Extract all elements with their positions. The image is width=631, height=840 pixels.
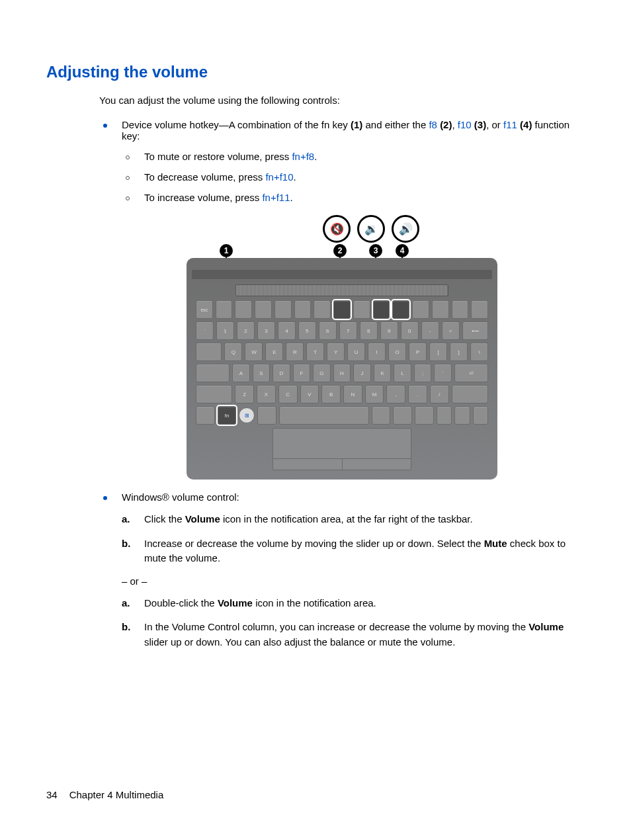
text: icon in the notification area. (253, 597, 376, 609)
text: . (314, 151, 317, 162)
text: slider up or down. You can also adjust t… (144, 636, 455, 648)
text: Device volume hotkey—A combination of th… (122, 119, 351, 130)
text: . (294, 171, 296, 183)
bold: Volume (185, 513, 220, 525)
mute-icon: 🔇 (323, 215, 351, 243)
windows-key-icon: ⊞ (239, 407, 255, 423)
callout-badge-2: 2 (333, 244, 347, 257)
link-f10[interactable]: f10 (458, 119, 472, 130)
step-2a: a. Double-click the Volume icon in the n… (122, 596, 585, 611)
text: To decrease volume, press (144, 171, 265, 183)
ref-4: (4) (520, 119, 532, 130)
callout-badge-3: 3 (369, 244, 382, 257)
key-f8 (333, 300, 351, 319)
step-marker: a. (122, 512, 130, 527)
link-f8[interactable]: f8 (429, 119, 437, 130)
link-fn-f8[interactable]: fn+f8 (292, 151, 314, 162)
ref-3: (3) (474, 119, 486, 130)
key-f11 (392, 300, 409, 319)
bold: Volume (528, 621, 564, 632)
step-1b: b. Increase or decrease the volume by mo… (122, 536, 585, 566)
text: Double-click the (144, 597, 218, 609)
sub-increase: To increase volume, press fn+f11. (122, 192, 585, 203)
ref-2: (2) (440, 119, 452, 130)
link-fn-f10[interactable]: fn+f10 (265, 171, 293, 183)
text: In the Volume Control column, you can in… (144, 621, 528, 632)
volume-down-icon: 🔉 (357, 215, 385, 243)
step-marker: b. (122, 536, 130, 552)
step-marker: b. (122, 620, 130, 635)
step-marker: a. (122, 596, 130, 611)
step-2b: b. In the Volume Control column, you can… (122, 620, 585, 650)
chapter-label: Chapter 4 Multimedia (69, 789, 164, 800)
bold: Volume (218, 597, 253, 609)
text: and either the (362, 119, 429, 130)
text: Increase or decrease the volume by movin… (144, 538, 484, 549)
text: icon in the notification area, at the fa… (220, 513, 473, 525)
bullet-hotkeys: Device volume hotkey—A combination of th… (99, 119, 585, 480)
text: To increase volume, press (144, 192, 262, 203)
text: Click the (144, 513, 185, 525)
callout-badge-4: 4 (396, 244, 409, 257)
text: , or (486, 119, 503, 130)
callout-badge-1: 1 (220, 244, 233, 257)
bullet-windows-control: Windows® volume control: a. Click the Vo… (99, 491, 585, 650)
or-separator: – or – (122, 575, 585, 587)
keyboard-figure: 🔇 🔉 🔊 1 2 3 4 (187, 215, 497, 480)
key-fn: fn (218, 406, 237, 425)
text: . (290, 192, 293, 203)
section-heading: Adjusting the volume (46, 63, 585, 81)
text: Windows® volume control: (122, 491, 239, 503)
volume-up-icon: 🔊 (392, 215, 419, 243)
key-f10 (373, 300, 390, 319)
page-number: 34 (46, 789, 58, 800)
ref-1: (1) (351, 119, 362, 130)
sub-decrease: To decrease volume, press fn+f10. (122, 171, 585, 183)
step-1a: a. Click the Volume icon in the notifica… (122, 512, 585, 527)
page-footer: 34Chapter 4 Multimedia (46, 789, 163, 800)
text: To mute or restore volume, press (144, 151, 292, 162)
bold: Mute (484, 538, 507, 549)
text: , (452, 119, 457, 130)
link-f11[interactable]: f11 (503, 119, 517, 130)
touchpad (273, 428, 411, 470)
intro-text: You can adjust the volume using the foll… (99, 95, 585, 106)
sub-mute: To mute or restore volume, press fn+f8. (122, 151, 585, 162)
link-fn-f11[interactable]: fn+f11 (262, 192, 290, 203)
